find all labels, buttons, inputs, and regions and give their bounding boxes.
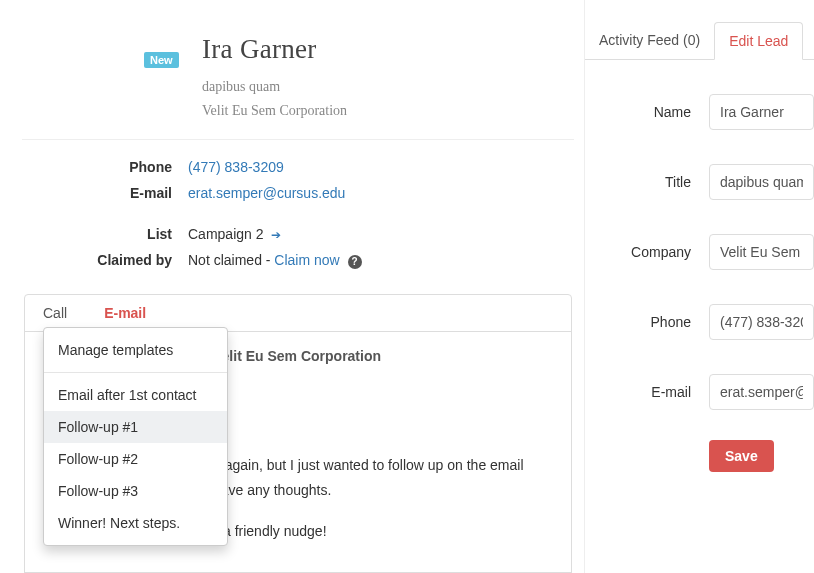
- template-item-1[interactable]: Follow-up #1: [44, 411, 227, 443]
- phone-label: Phone: [12, 156, 188, 178]
- compose-line-3: have any thoughts.: [213, 480, 553, 501]
- divider: [22, 139, 574, 140]
- tab-activity-feed[interactable]: Activity Feed (0): [585, 22, 714, 59]
- compose-line-4: a friendly nudge!: [223, 521, 553, 542]
- template-item-2[interactable]: Follow-up #2: [44, 443, 227, 475]
- dropdown-divider: [44, 372, 227, 373]
- field-phone-input[interactable]: [709, 304, 814, 340]
- compose-line-1: eat!: [193, 414, 553, 435]
- claimed-label: Claimed by: [12, 249, 188, 271]
- field-phone-label: Phone: [603, 314, 695, 330]
- field-company-label: Company: [603, 244, 695, 260]
- help-icon[interactable]: ?: [348, 255, 362, 269]
- claim-now-link[interactable]: Claim now: [274, 252, 339, 268]
- lead-company: Velit Eu Sem Corporation: [202, 103, 584, 119]
- compose-recipient: Velit Eu Sem Corporation: [213, 348, 553, 364]
- template-item-4[interactable]: Winner! Next steps.: [44, 507, 227, 539]
- new-badge: New: [144, 52, 179, 68]
- email-label: E-mail: [12, 182, 188, 204]
- field-title-input[interactable]: [709, 164, 814, 200]
- save-button[interactable]: Save: [709, 440, 774, 472]
- field-name-label: Name: [603, 104, 695, 120]
- tab-edit-lead[interactable]: Edit Lead: [714, 22, 803, 60]
- compose-panel: Call E-mail Manage templates Email after…: [24, 294, 572, 573]
- tab-call[interactable]: Call: [25, 295, 86, 331]
- field-email-input[interactable]: [709, 374, 814, 410]
- template-item-0[interactable]: Email after 1st contact: [44, 379, 227, 411]
- compose-line-2: u again, but I just wanted to follow up …: [213, 455, 553, 476]
- phone-link[interactable]: (477) 838-3209: [188, 159, 284, 175]
- field-name-input[interactable]: [709, 94, 814, 130]
- list-value: Campaign 2: [188, 226, 264, 242]
- field-email-label: E-mail: [603, 384, 695, 400]
- email-link[interactable]: erat.semper@cursus.edu: [188, 185, 345, 201]
- field-title-label: Title: [603, 174, 695, 190]
- template-item-3[interactable]: Follow-up #3: [44, 475, 227, 507]
- tab-email[interactable]: E-mail: [86, 295, 165, 331]
- lead-title: dapibus quam: [202, 79, 584, 95]
- list-label: List: [12, 223, 188, 245]
- lead-name: Ira Garner: [202, 34, 584, 65]
- arrow-right-icon[interactable]: ➔: [271, 228, 281, 242]
- manage-templates-item[interactable]: Manage templates: [44, 334, 227, 366]
- field-company-input[interactable]: [709, 234, 814, 270]
- templates-dropdown: Manage templates Email after 1st contact…: [43, 327, 228, 546]
- claimed-prefix: Not claimed -: [188, 252, 274, 268]
